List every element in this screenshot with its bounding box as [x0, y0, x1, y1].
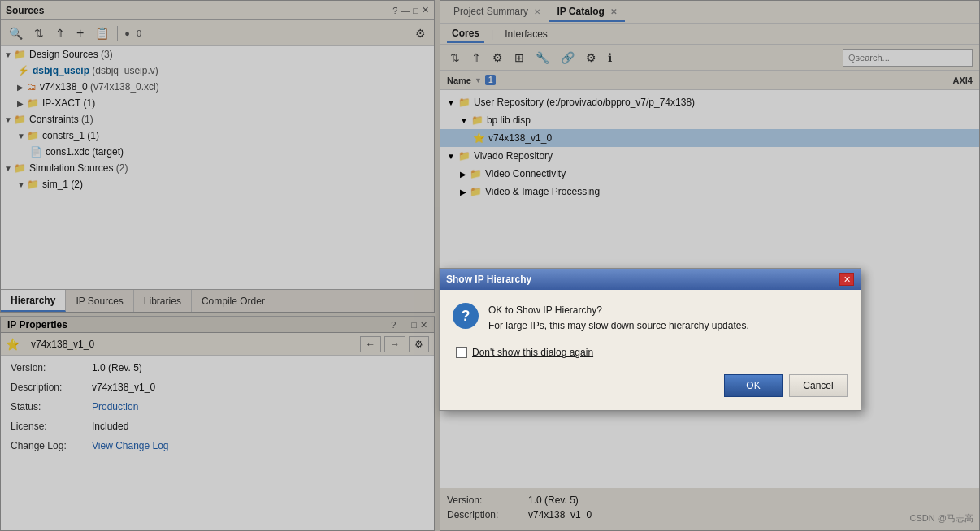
modal-overlay: Show IP Hierarchy ✕ ? OK to Show IP Hier…	[0, 0, 980, 531]
dont-show-label[interactable]: Don't show this dialog again	[472, 347, 593, 358]
modal-message: OK to Show IP Hierarchy? For large IPs, …	[488, 303, 749, 334]
question-icon: ?	[453, 303, 479, 329]
show-ip-hierarchy-dialog: Show IP Hierarchy ✕ ? OK to Show IP Hier…	[439, 268, 861, 411]
modal-titlebar: Show IP Hierarchy ✕	[440, 269, 861, 290]
modal-buttons: OK Cancel	[453, 371, 848, 397]
ok-button[interactable]: OK	[724, 374, 783, 397]
modal-checkbox-row: Don't show this dialog again	[453, 347, 848, 358]
modal-close-button[interactable]: ✕	[839, 273, 854, 286]
modal-body: ? OK to Show IP Hierarchy? For large IPs…	[440, 290, 861, 410]
dont-show-checkbox[interactable]	[456, 347, 467, 358]
modal-title: Show IP Hierarchy	[446, 274, 531, 285]
modal-message-row: ? OK to Show IP Hierarchy? For large IPs…	[453, 303, 848, 334]
cancel-button[interactable]: Cancel	[789, 374, 848, 397]
